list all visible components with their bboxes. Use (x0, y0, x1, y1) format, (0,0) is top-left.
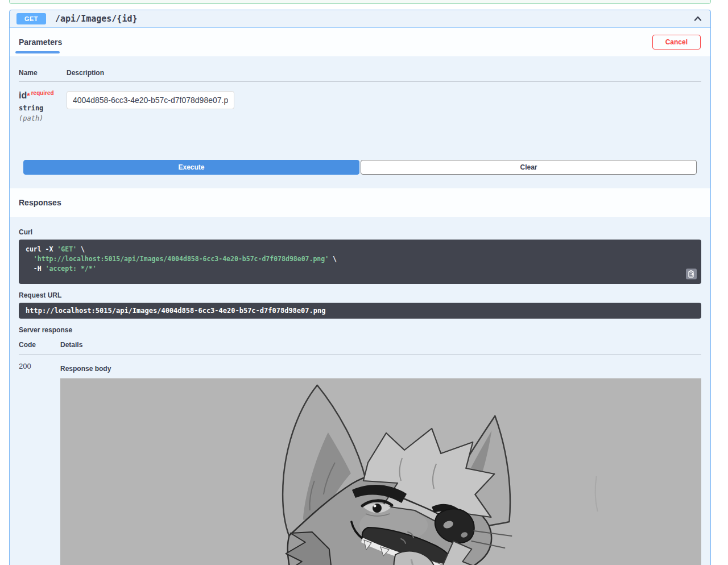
curl-label: Curl (19, 228, 701, 236)
active-tab-underline (15, 51, 60, 53)
copy-to-clipboard-button[interactable] (686, 269, 697, 279)
server-response-label: Server response (19, 326, 701, 334)
responses-area: Curl curl -X 'GET' \ 'http://localhost:5… (10, 228, 710, 565)
curl-command: curl -X 'GET' \ 'http://localhost:5015/a… (26, 245, 679, 274)
curl-code-block: curl -X 'GET' \ 'http://localhost:5015/a… (19, 240, 701, 284)
request-url-label: Request URL (19, 291, 701, 299)
parameter-meta: id*required string (path) (19, 90, 67, 122)
chevron-up-icon[interactable] (693, 14, 702, 23)
required-label: required (31, 90, 54, 96)
parameters-title: Parameters (19, 38, 62, 47)
parameters-table-header: Name Description (19, 69, 701, 82)
parameter-location: (path) (19, 114, 67, 122)
response-details: Response body (60, 362, 701, 565)
required-asterisk: * (27, 91, 30, 100)
parameter-name: id*required (19, 90, 67, 101)
parameter-type: string (19, 104, 67, 112)
parameter-row-id: id*required string (path) (19, 90, 701, 122)
parameters-table: Name Description id*required string (pat… (10, 69, 710, 188)
clipboard-icon (688, 270, 694, 278)
response-body-label: Response body (60, 365, 701, 373)
response-table-header: Code Details (19, 341, 701, 355)
endpoint-summary-header[interactable]: GET /api/Images/{id} (10, 10, 710, 28)
endpoint-path: /api/Images/{id} (55, 14, 138, 24)
name-column-header: Name (19, 69, 67, 77)
execute-wrapper: Execute Clear (19, 160, 701, 175)
id-value-input[interactable] (67, 91, 234, 109)
response-body-image (60, 378, 701, 565)
request-url-value: http://localhost:5015/api/Images/4004d85… (19, 303, 701, 319)
status-code: 200 (19, 362, 60, 565)
http-method-badge[interactable]: GET (16, 13, 46, 24)
responses-title: Responses (19, 198, 61, 207)
parameters-section-header: Parameters Cancel (10, 28, 710, 56)
previous-endpoint-block (9, 0, 711, 4)
cancel-button[interactable]: Cancel (652, 35, 701, 50)
code-column-header: Code (19, 341, 60, 349)
clear-button[interactable]: Clear (361, 160, 697, 175)
response-row-200: 200 Response body (19, 362, 701, 565)
wolf-drawing (60, 378, 701, 565)
details-column-header: Details (60, 341, 701, 349)
get-endpoint-block: GET /api/Images/{id} Parameters Cancel N… (9, 10, 711, 565)
parameter-value-cell (67, 90, 234, 122)
responses-section-header: Responses (10, 188, 710, 217)
description-column-header: Description (67, 69, 701, 77)
execute-button[interactable]: Execute (23, 160, 359, 175)
